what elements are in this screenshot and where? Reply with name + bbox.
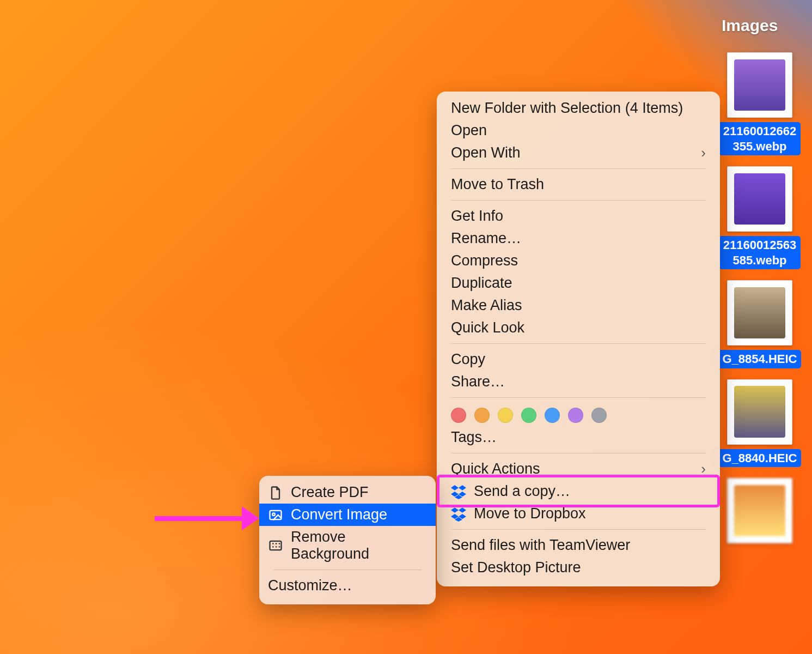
annotation-arrow (155, 506, 259, 530)
file-name: 21160012662 355.webp (719, 122, 801, 155)
menu-item-label: Send files with TeamViewer (451, 537, 630, 554)
tag-dot[interactable] (591, 408, 607, 423)
menu-item[interactable]: Rename… (437, 227, 720, 250)
remove-bg-icon (268, 538, 283, 553)
menu-item[interactable]: Open (437, 119, 720, 142)
menu-item[interactable]: Duplicate (437, 272, 720, 294)
menu-item[interactable]: Quick Look (437, 317, 720, 339)
menu-item-label: Make Alias (451, 297, 522, 314)
chevron-right-icon: › (701, 461, 706, 477)
menu-item[interactable]: Send a copy… (437, 480, 720, 502)
menu-separator (451, 168, 706, 169)
tag-dot[interactable] (521, 408, 536, 423)
file-name: 21160012563 585.webp (719, 236, 801, 269)
desktop-files: 21160012662 355.webp21160012563 585.webp… (719, 52, 801, 554)
menu-item[interactable]: Set Desktop Picture (437, 556, 720, 579)
file-thumbnail (727, 280, 792, 346)
svg-point-1 (272, 513, 275, 516)
desktop-file[interactable]: 21160012563 585.webp (719, 166, 801, 269)
menu-item[interactable]: Open With› (437, 142, 720, 164)
menu-item-label: Copy (451, 351, 485, 368)
submenu-item[interactable]: Create PDF (259, 481, 436, 504)
desktop-file[interactable]: 21160012662 355.webp (719, 52, 801, 155)
menu-item-label: Set Desktop Picture (451, 559, 581, 576)
file-name: G_8840.HEIC (718, 449, 802, 468)
menu-separator (451, 529, 706, 530)
tag-colors-row (437, 402, 720, 426)
menu-item-label: Duplicate (451, 275, 512, 292)
image-icon (268, 507, 283, 523)
menu-item-label: Quick Look (451, 319, 524, 336)
menu-item-label: Tags… (451, 429, 497, 446)
file-name: G_8854.HEIC (718, 350, 802, 368)
desktop-file[interactable]: G_8854.HEIC (719, 280, 801, 368)
submenu-item[interactable]: Convert Image (259, 504, 436, 526)
chevron-right-icon: › (701, 144, 706, 161)
submenu-customize[interactable]: Customize… (259, 574, 436, 597)
menu-separator (451, 397, 706, 398)
menu-item-label: Share… (451, 373, 505, 390)
menu-item[interactable]: Copy (437, 348, 720, 371)
dropbox-icon (451, 484, 466, 499)
file-thumbnail (727, 52, 792, 118)
menu-item-label: Rename… (451, 230, 521, 247)
svg-rect-2 (270, 541, 282, 550)
submenu-item-label: Convert Image (291, 506, 387, 523)
submenu-item[interactable]: Remove Background (259, 526, 436, 565)
menu-item-label: Move to Dropbox (474, 505, 586, 522)
desktop-file[interactable]: G_8840.HEIC (719, 379, 801, 468)
menu-item[interactable]: Get Info (437, 205, 720, 227)
quick-actions-submenu: Create PDFConvert ImageRemove Background… (259, 476, 436, 604)
submenu-item-label: Remove Background (291, 529, 427, 562)
dropbox-icon (451, 506, 466, 522)
menu-item[interactable]: Move to Dropbox (437, 502, 720, 525)
menu-item-label: Send a copy… (474, 483, 570, 500)
menu-item[interactable]: Move to Trash (437, 173, 720, 196)
menu-item[interactable]: Quick Actions› (437, 458, 720, 480)
menu-item[interactable]: Make Alias (437, 294, 720, 317)
tag-dot[interactable] (568, 408, 583, 423)
tag-dot[interactable] (545, 408, 560, 423)
menu-item-label: Open (451, 122, 487, 139)
menu-item[interactable]: Share… (437, 371, 720, 393)
menu-item-label: Quick Actions (451, 461, 540, 477)
menu-item-label: Compress (451, 252, 518, 269)
tag-dot[interactable] (474, 408, 490, 423)
file-thumbnail (727, 166, 792, 232)
menu-separator (451, 200, 706, 201)
menu-item-label: Get Info (451, 208, 503, 225)
desktop-file[interactable] (719, 478, 801, 543)
submenu-item-label: Customize… (268, 577, 352, 594)
folder-label: Images (722, 16, 778, 35)
menu-separator (273, 570, 422, 570)
menu-item[interactable]: Send files with TeamViewer (437, 534, 720, 556)
tag-dot[interactable] (451, 408, 466, 423)
menu-item-label: Open With (451, 144, 521, 161)
menu-separator (451, 453, 706, 453)
menu-item[interactable]: Compress (437, 250, 720, 272)
doc-icon (268, 485, 283, 500)
menu-item-label: Move to Trash (451, 176, 544, 193)
file-thumbnail (727, 379, 792, 445)
context-menu: New Folder with Selection (4 Items)OpenO… (437, 92, 720, 586)
file-thumbnail (727, 478, 792, 543)
submenu-item-label: Create PDF (291, 484, 369, 501)
tag-dot[interactable] (498, 408, 513, 423)
menu-separator (451, 343, 706, 344)
menu-item[interactable]: Tags… (437, 426, 720, 449)
menu-item[interactable]: New Folder with Selection (4 Items) (437, 97, 720, 119)
menu-item-label: New Folder with Selection (4 Items) (451, 100, 683, 117)
